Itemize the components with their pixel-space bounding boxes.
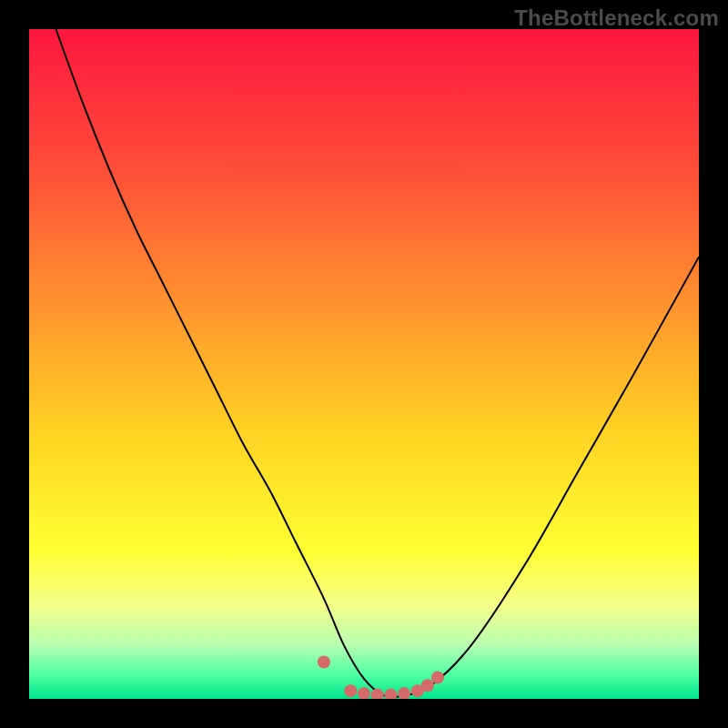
curve-layer (29, 29, 699, 699)
marker-dot (431, 671, 444, 683)
watermark-text: TheBottleneck.com (514, 5, 719, 31)
optimal-zone-dots (318, 656, 444, 699)
bottleneck-curve (56, 29, 699, 697)
marker-dot (358, 687, 370, 699)
marker-dot (318, 656, 330, 669)
chart-frame: TheBottleneck.com (0, 0, 728, 728)
marker-dot (398, 687, 410, 699)
plot-area (29, 29, 699, 699)
marker-dot (344, 684, 357, 697)
marker-dot (421, 679, 434, 692)
marker-dot (371, 689, 384, 699)
marker-dot (384, 689, 397, 699)
